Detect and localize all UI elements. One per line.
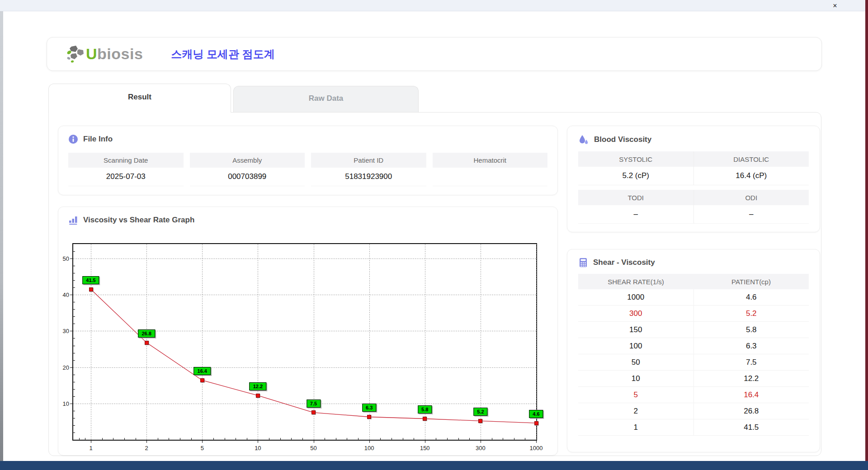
logo-text: Ubiosis: [86, 45, 143, 63]
x-axis-tick: [202, 441, 203, 443]
y-axis-tick-label: 30: [63, 328, 69, 334]
shear-rate-cell: 10: [578, 371, 693, 386]
shear-rate-cell: 100: [578, 338, 693, 354]
left-edge-strip: [0, 11, 3, 461]
bottom-bar: [0, 461, 868, 470]
bv-header-cell: SYSTOLIC: [578, 151, 693, 167]
shear-rate-cell: 150: [578, 322, 693, 338]
file-info-field: Assembly000703899: [190, 153, 305, 186]
field-label: Hematocrit: [433, 153, 548, 168]
tab-raw-data[interactable]: Raw Data: [233, 86, 419, 113]
shear-rate-cell: 300: [578, 306, 693, 321]
x-axis-tick-label: 1000: [530, 445, 543, 451]
file-info-field: Scanning Date2025-07-03: [68, 153, 184, 186]
bv-value-cell: –: [693, 205, 809, 224]
data-point-label: 5.8: [418, 405, 432, 414]
bv-header-row: SYSTOLICDIASTOLIC: [578, 151, 809, 167]
field-label: Assembly: [190, 153, 305, 168]
bv-value-row: 5.2 (cP)16.4 (cP): [578, 167, 809, 185]
data-point-label: 16.4: [194, 367, 211, 375]
x-axis-tick: [314, 441, 314, 443]
plot-area: 12510501001503001000102030405041.526.816…: [72, 243, 537, 441]
patient-cell: 41.5: [693, 419, 809, 435]
data-point-marker: [89, 287, 93, 291]
patient-cell: 16.4: [693, 387, 809, 403]
data-point-marker: [200, 378, 204, 382]
x-axis-tick-label: 300: [476, 445, 486, 451]
x-axis-tick-label: 5: [201, 445, 204, 451]
data-point-label: 12.2: [250, 382, 266, 390]
data-point-marker: [256, 394, 260, 398]
x-axis-tick: [91, 441, 91, 443]
shear-viscosity-table: SHEAR RATE(1/s) PATIENT(cp) 10004.63005.…: [578, 274, 809, 436]
droplets-icon: [578, 134, 589, 145]
shear-rate-cell: 1000: [578, 289, 693, 305]
window-titlebar: ×: [0, 0, 865, 11]
close-icon[interactable]: ×: [830, 1, 840, 11]
app-window: Ubiosis 스캐닝 모세관 점도계 Result Raw Data File…: [3, 11, 865, 461]
bv-value-row: ––: [578, 205, 809, 224]
shear-rate-column-header: SHEAR RATE(1/s): [578, 274, 693, 289]
file-info-title-row: File Info: [68, 134, 547, 144]
field-value: 2025-07-03: [68, 168, 184, 186]
table-row: 1012.2: [578, 371, 809, 387]
file-info-title: File Info: [83, 135, 113, 144]
data-point-marker: [478, 419, 482, 423]
data-point-label: 5.2: [473, 408, 487, 416]
header-card: Ubiosis 스캐닝 모세관 점도계: [47, 37, 822, 71]
bv-value-cell: –: [578, 205, 693, 224]
patient-cell: 7.5: [693, 354, 809, 370]
x-axis-tick-label: 150: [420, 445, 430, 451]
shear-table-body: 10004.63005.21505.81006.3507.51012.2516.…: [578, 289, 809, 436]
bv-header-cell: DIASTOLIC: [693, 151, 809, 167]
y-axis-tick-label: 20: [63, 364, 69, 371]
graph-card: Viscosity vs Shear Rate Graph 1251050100…: [58, 207, 558, 456]
viscosity-line: [73, 244, 536, 440]
plot-wrap: 12510501001503001000102030405041.526.816…: [72, 243, 537, 441]
patient-column-header: PATIENT(cp): [693, 274, 809, 289]
x-axis-tick: [146, 441, 147, 443]
bv-header-row: TODIODI: [578, 190, 809, 205]
x-axis-tick: [369, 441, 370, 443]
x-axis-tick: [536, 441, 537, 443]
bv-value-cell: 5.2 (cP): [578, 167, 693, 185]
data-point-label: 41.5: [82, 276, 99, 284]
blood-viscosity-card: Blood Viscosity SYSTOLICDIASTOLIC5.2 (cP…: [567, 126, 820, 232]
field-value: 000703899: [190, 168, 305, 186]
shear-table-header: SHEAR RATE(1/s) PATIENT(cp): [578, 274, 809, 289]
shear-rate-cell: 5: [578, 387, 693, 403]
shear-viscosity-title: Shear - Viscosity: [593, 258, 655, 267]
patient-cell: 26.8: [693, 403, 809, 419]
table-row: 1505.8: [578, 322, 809, 338]
table-row: 1006.3: [578, 338, 809, 354]
x-axis-tick-label: 10: [255, 445, 261, 451]
patient-cell: 5.2: [693, 306, 809, 321]
patient-cell: 12.2: [693, 371, 809, 386]
y-axis-tick: [70, 258, 72, 259]
y-axis-tick: [70, 367, 72, 368]
bv-header-cell: TODI: [578, 190, 693, 205]
x-axis-tick: [258, 441, 258, 443]
shear-viscosity-title-row: Shear - Viscosity: [578, 258, 809, 268]
y-axis-tick-label: 50: [63, 255, 69, 262]
logo-rest: biosis: [97, 45, 143, 62]
file-info-card: File Info Scanning Date2025-07-03Assembl…: [58, 126, 558, 195]
x-axis-tick-label: 50: [310, 445, 316, 451]
data-point-label: 6.3: [362, 404, 376, 412]
blood-viscosity-title: Blood Viscosity: [594, 135, 651, 144]
y-axis-tick: [70, 331, 72, 331]
app-title-korean: 스캐닝 모세관 점도계: [171, 47, 274, 61]
file-info-field: Patient ID51831923900: [311, 153, 426, 186]
patient-cell: 5.8: [693, 322, 809, 338]
table-row: 141.5: [578, 419, 809, 436]
x-axis-tick: [481, 441, 481, 443]
data-point-marker: [311, 410, 316, 414]
result-tab-panel: File Info Scanning Date2025-07-03Assembl…: [48, 112, 821, 456]
data-point-marker: [423, 417, 427, 421]
field-label: Scanning Date: [68, 153, 184, 168]
tab-result[interactable]: Result: [48, 84, 231, 113]
data-point-marker: [367, 415, 371, 419]
y-axis-tick: [70, 295, 72, 295]
file-info-fields: Scanning Date2025-07-03Assembly000703899…: [68, 153, 547, 186]
bv-value-cell: 16.4 (cP): [693, 167, 809, 185]
